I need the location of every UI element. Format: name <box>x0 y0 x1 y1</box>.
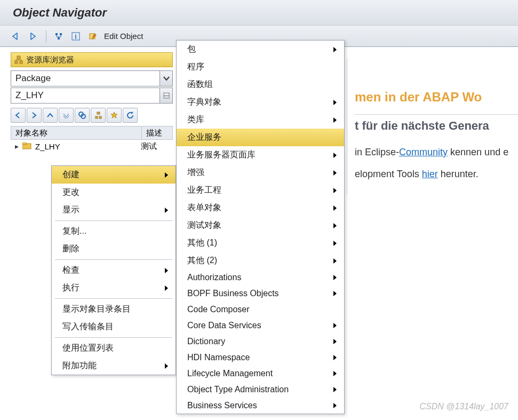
tree-row[interactable]: ▸ Z_LHY 测试 <box>11 140 173 153</box>
menu-show-dir[interactable]: 显示对象目录条目 <box>52 300 176 318</box>
page-title: Object Navigator <box>13 6 107 20</box>
tree-body: ▸ Z_LHY 测试 <box>11 140 173 153</box>
text: elopment Tools <box>355 169 422 179</box>
submenu-business-services[interactable]: Business Services <box>177 398 344 414</box>
submenu-authorizations[interactable]: Authorizations <box>177 270 344 286</box>
tree-icon <box>14 56 23 64</box>
edit-object-icon[interactable] <box>86 29 100 43</box>
object-name-input[interactable] <box>11 88 160 104</box>
folder-icon <box>22 142 32 150</box>
context-menu-main: 创建 更改 显示 复制... 删除 检查 执行 显示对象目录条目 写入传输条目 … <box>51 165 176 375</box>
link-hier[interactable]: hier <box>422 169 438 179</box>
submenu-enterprise-svc[interactable]: 企业服务 <box>177 129 344 146</box>
submenu-hdi[interactable]: HDI Namespace <box>177 350 344 366</box>
back-icon[interactable] <box>10 29 23 43</box>
submenu-program[interactable]: 程序 <box>177 58 344 76</box>
submenu-lifecycle[interactable]: Lifecycle Management <box>177 366 344 382</box>
edit-object-label[interactable]: Edit Object <box>104 31 143 41</box>
menu-copy[interactable]: 复制... <box>52 223 176 240</box>
svg-text:i: i <box>75 33 76 41</box>
menu-separator <box>55 259 172 260</box>
svg-rect-10 <box>164 96 169 96</box>
submenu-class-lib[interactable]: 类库 <box>177 111 344 129</box>
tree-row-label: Z_LHY <box>35 142 141 151</box>
forward-icon[interactable] <box>27 29 41 43</box>
search-help-icon[interactable] <box>160 88 173 104</box>
toolbar-separator <box>46 30 46 42</box>
svg-rect-6 <box>17 56 20 59</box>
submenu-enhancement[interactable]: 增强 <box>177 164 344 181</box>
menu-additional[interactable]: 附加功能 <box>52 357 176 375</box>
menu-write-transport[interactable]: 写入传输条目 <box>52 318 176 336</box>
content-line1: in Eclipse-Community kennen und e <box>355 147 518 158</box>
submenu-bsp-lib[interactable]: 业务服务器页面库 <box>177 146 344 164</box>
titlebar: Object Navigator <box>0 0 518 26</box>
context-menu-create: 包 程序 函数组 字典对象 类库 企业服务 业务服务器页面库 增强 业务工程 表… <box>176 40 345 414</box>
submenu-dictionary[interactable]: Dictionary <box>177 334 344 350</box>
submenu-other2[interactable]: 其他 (2) <box>177 252 344 270</box>
submenu-form-obj[interactable]: 表单对象 <box>177 199 344 217</box>
tree-display-icon[interactable] <box>91 108 106 123</box>
text: kennen und e <box>448 147 508 157</box>
chevron-down-icon[interactable] <box>160 70 173 86</box>
submenu-dict-obj[interactable]: 字典对象 <box>177 93 344 111</box>
find-icon[interactable] <box>75 108 90 123</box>
info-icon[interactable]: i <box>69 29 83 43</box>
svg-rect-7 <box>15 61 18 64</box>
menu-separator <box>55 337 172 338</box>
submenu-other1[interactable]: 其他 (1) <box>177 234 344 252</box>
submenu-function-group[interactable]: 函数组 <box>177 76 344 93</box>
col-name: 对象名称 <box>11 126 142 139</box>
refresh-icon[interactable] <box>123 108 138 123</box>
hierarchy-icon[interactable] <box>52 29 66 43</box>
content-heading1: men in der ABAP Wo <box>355 90 518 105</box>
submenu-obj-type-admin[interactable]: Object Type Administration <box>177 382 344 398</box>
link-community[interactable]: Community <box>399 147 448 157</box>
menu-change[interactable]: 更改 <box>52 184 176 201</box>
content-pane: men in der ABAP Wo t für die nächste Gen… <box>347 59 518 195</box>
svg-rect-17 <box>22 142 26 145</box>
prev-icon[interactable] <box>11 108 26 123</box>
svg-rect-2 <box>58 37 60 39</box>
collapse-icon[interactable] <box>59 108 74 123</box>
browser-header-label: 资源库浏览器 <box>26 55 74 65</box>
object-type-value: Package <box>11 70 160 86</box>
watermark: CSDN @1314lay_1007 <box>419 402 508 411</box>
menu-execute[interactable]: 执行 <box>52 279 176 297</box>
submenu-test-obj[interactable]: 测试对象 <box>177 217 344 234</box>
menu-delete[interactable]: 删除 <box>52 240 176 258</box>
submenu-cds[interactable]: Core Data Services <box>177 318 344 334</box>
content-heading2: t für die nächste Genera <box>355 114 518 133</box>
text: in Eclipse- <box>355 147 399 157</box>
menu-display[interactable]: 显示 <box>52 201 176 219</box>
browser-header[interactable]: 资源库浏览器 <box>11 52 173 67</box>
object-name-row <box>11 88 173 104</box>
menu-separator <box>55 298 172 299</box>
svg-rect-14 <box>95 116 98 118</box>
submenu-business-eng[interactable]: 业务工程 <box>177 181 344 199</box>
submenu-package[interactable]: 包 <box>177 41 344 58</box>
svg-rect-1 <box>60 33 62 35</box>
tree-header: 对象名称 描述 <box>11 126 173 140</box>
svg-rect-13 <box>97 112 100 114</box>
favorite-icon[interactable] <box>107 108 122 123</box>
menu-where-used[interactable]: 使用位置列表 <box>52 339 176 357</box>
object-type-selector[interactable]: Package <box>11 70 173 86</box>
up-icon[interactable] <box>43 108 58 123</box>
submenu-code-composer[interactable]: Code Composer <box>177 302 344 318</box>
svg-rect-0 <box>55 33 58 35</box>
expand-icon[interactable]: ▸ <box>11 142 22 150</box>
menu-separator <box>55 220 172 221</box>
menu-create[interactable]: 创建 <box>52 166 176 184</box>
tree-row-desc: 测试 <box>141 141 173 152</box>
menu-check[interactable]: 检查 <box>52 261 176 279</box>
content-line2: elopment Tools hier herunter. <box>355 169 518 180</box>
text: herunter. <box>438 169 479 179</box>
svg-rect-8 <box>20 61 22 64</box>
submenu-bopf[interactable]: BOPF Business Objects <box>177 286 344 302</box>
next-icon[interactable] <box>27 108 42 123</box>
col-desc: 描述 <box>142 128 166 138</box>
svg-rect-15 <box>99 116 101 118</box>
